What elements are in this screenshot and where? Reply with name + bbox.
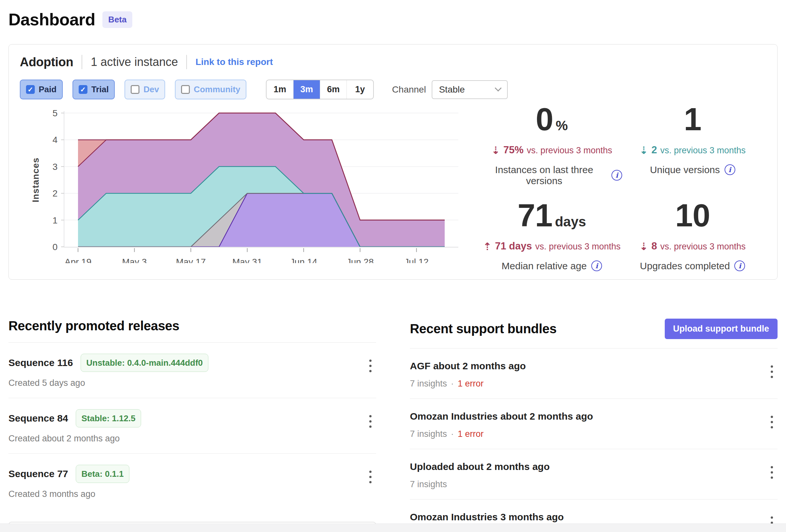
bundle-title: Uploaded about 2 months ago <box>410 460 550 473</box>
link-to-report[interactable]: Link to this report <box>195 57 273 67</box>
stat-card: 10 ⇣ 8 vs. previous 3 months Upgrades co… <box>622 199 763 271</box>
upload-support-bundle-button[interactable]: Upload support bundle <box>665 319 778 339</box>
time-range-button[interactable]: 1m <box>267 80 293 99</box>
filter-label: Community <box>194 84 240 95</box>
stat-label: Unique versions i <box>622 164 763 175</box>
stat-unit: % <box>556 118 568 133</box>
filter-checkbox[interactable]: ✓ Community <box>175 79 247 99</box>
bundle-rows: AGF about 2 months ago 7 insights·1 erro… <box>410 348 778 532</box>
y-axis-label: Instances <box>30 158 41 202</box>
stat-change: ⇣ 8 vs. previous 3 months <box>622 240 763 252</box>
adoption-card: Adoption 1 active instance Link to this … <box>8 44 778 280</box>
stat-label: Upgrades completed i <box>622 261 763 271</box>
release-row: Sequence 84 Stable: 1.12.5 Created about… <box>8 398 376 454</box>
channel-select[interactable]: Stable <box>432 80 508 99</box>
channel-select-value: Stable <box>439 84 464 95</box>
kebab-menu-icon[interactable] <box>365 356 376 376</box>
bundles-section: Recent support bundles Upload support bu… <box>410 319 778 532</box>
bundle-title: Omozan Industries about 2 months ago <box>410 410 593 423</box>
bundle-error-wrap: ·1 error <box>447 379 484 388</box>
svg-text:5: 5 <box>52 108 57 118</box>
release-title: Sequence 77 <box>8 467 68 480</box>
stat-value: 71days <box>481 199 622 232</box>
kebab-menu-icon[interactable] <box>766 362 778 382</box>
svg-text:3: 3 <box>52 162 57 172</box>
time-range-button[interactable]: 1y <box>347 80 373 99</box>
filter-checkbox[interactable]: ✓ Trial <box>72 79 115 99</box>
filter-checkbox[interactable]: ✓ Paid <box>20 79 63 99</box>
adoption-stats: 0% ⇣ 75% vs. previous 3 months Instances… <box>481 103 766 271</box>
bundle-title: AGF about 2 months ago <box>410 360 526 372</box>
time-range-group: 1m 3m 6m 1y <box>266 79 374 99</box>
trend-arrow-icon: ⇡ <box>483 240 492 253</box>
page-bottom-strip <box>0 524 786 532</box>
stat-value: 0% <box>481 103 622 136</box>
bundle-insights: 7 insights <box>410 479 447 489</box>
svg-text:Jun 28: Jun 28 <box>347 257 374 263</box>
stat-unit: days <box>555 214 586 229</box>
release-row-main: Sequence 77 Beta: 0.1.1 Created 3 months… <box>8 465 130 499</box>
info-icon[interactable]: i <box>611 170 622 180</box>
dashboard-page: Dashboard Beta Adoption 1 active instanc… <box>0 0 786 532</box>
kebab-menu-icon[interactable] <box>365 467 376 487</box>
stat-change-value: 2 <box>651 144 657 156</box>
bundle-row-main: Uploaded about 2 months ago 7 insights <box>410 460 550 489</box>
release-row-main: Sequence 84 Stable: 1.12.5 Created about… <box>8 409 141 444</box>
bundles-heading: Recent support bundles <box>410 321 556 336</box>
time-range-button[interactable]: 3m <box>293 80 320 99</box>
stat-value: 1 <box>622 103 763 136</box>
releases-section: Recently promoted releases Sequence 116 … <box>8 319 376 532</box>
bundle-row-main: Omozan Industries about 2 months ago 7 i… <box>410 410 593 439</box>
svg-text:May 31: May 31 <box>232 257 262 263</box>
trend-arrow-icon: ⇣ <box>640 144 648 156</box>
svg-text:May 17: May 17 <box>176 257 206 263</box>
filter-checkbox[interactable]: ✓ Dev <box>124 79 165 99</box>
adoption-card-header: Adoption 1 active instance Link to this … <box>20 54 766 70</box>
channel-label: Channel <box>392 84 426 95</box>
info-icon[interactable]: i <box>734 261 745 271</box>
adoption-controls: ✓ Paid ✓ Trial ✓ Dev ✓ <box>20 79 766 99</box>
divider <box>186 55 187 69</box>
release-row: Sequence 77 Beta: 0.1.1 Created 3 months… <box>8 454 376 509</box>
svg-text:0: 0 <box>52 242 57 252</box>
bundle-row: Omozan Industries about 2 months ago 7 i… <box>410 399 778 449</box>
stat-label: Instances on last three versions i <box>481 164 622 187</box>
checkbox-icon[interactable]: ✓ <box>131 85 139 94</box>
checkbox-icon[interactable]: ✓ <box>181 85 190 94</box>
kebab-menu-icon[interactable] <box>365 411 376 432</box>
dot-separator: · <box>451 379 454 388</box>
active-instances-label: 1 active instance <box>91 55 178 69</box>
bundle-row-main: AGF about 2 months ago 7 insights·1 erro… <box>410 360 526 389</box>
svg-text:4: 4 <box>52 135 57 145</box>
bundle-title: Omozan Industries 3 months ago <box>410 511 564 524</box>
stat-value: 10 <box>622 199 763 232</box>
trend-arrow-icon: ⇣ <box>640 240 648 253</box>
dot-separator: · <box>451 429 454 439</box>
stat-change-suffix: vs. previous 3 months <box>660 145 746 155</box>
svg-text:2: 2 <box>52 188 57 198</box>
checkbox-icon[interactable]: ✓ <box>79 85 88 94</box>
stat-change-suffix: vs. previous 3 months <box>660 242 746 252</box>
checkbox-icon[interactable]: ✓ <box>26 85 35 94</box>
stat-change-suffix: vs. previous 3 months <box>535 242 621 252</box>
adoption-card-content: 012345Apr 19May 3May 17May 31Jun 14Jun 2… <box>20 107 766 271</box>
info-icon[interactable]: i <box>591 261 602 271</box>
releases-section-head: Recently promoted releases <box>8 319 376 343</box>
info-icon[interactable]: i <box>724 164 735 175</box>
kebab-menu-icon[interactable] <box>766 462 778 483</box>
version-badge: Stable: 1.12.5 <box>76 409 141 428</box>
beta-badge: Beta <box>102 11 132 28</box>
filter-label: Trial <box>91 84 109 95</box>
release-rows: Sequence 116 Unstable: 0.4.0-main.444ddf… <box>8 343 376 509</box>
filter-label: Paid <box>39 84 56 95</box>
version-badge: Beta: 0.1.1 <box>76 465 129 483</box>
release-created: Created 5 days ago <box>8 378 208 388</box>
kebab-menu-icon[interactable] <box>766 412 778 432</box>
stat-card: 0% ⇣ 75% vs. previous 3 months Instances… <box>481 103 622 187</box>
release-created: Created about 2 months ago <box>8 433 141 444</box>
stat-card: 71days ⇡ 71 days vs. previous 3 months M… <box>481 199 622 271</box>
time-range-button[interactable]: 6m <box>320 80 347 99</box>
release-title: Sequence 84 <box>8 412 68 425</box>
release-row-main: Sequence 116 Unstable: 0.4.0-main.444ddf… <box>8 354 208 388</box>
bundle-error: 1 error <box>458 429 484 439</box>
